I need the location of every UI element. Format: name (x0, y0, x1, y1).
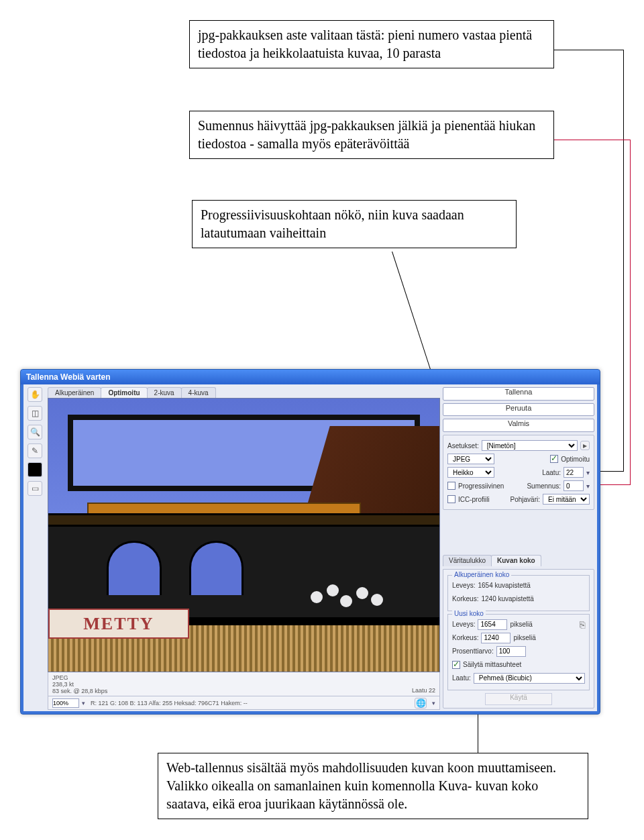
constrain-checkbox[interactable] (452, 661, 460, 669)
toggle-slices[interactable]: ▭ (28, 481, 42, 496)
callout-line-red (630, 140, 631, 484)
tab-image-size[interactable]: Kuvan koko (491, 555, 541, 566)
dialog-title: Tallenna Webiä varten (21, 370, 600, 384)
callout-line (554, 50, 624, 50)
image-preview[interactable]: METTY (48, 398, 440, 672)
apply-button[interactable]: Käytä (485, 693, 552, 705)
format-select[interactable]: JPEG (447, 454, 494, 464)
group-legend: Uusi koko (452, 610, 486, 617)
status-bar: ▾ R: 121 G: 108 B: 113 Alfa: 255 Heksad:… (48, 696, 440, 710)
preset-label: Asetukset: (447, 442, 479, 450)
zoom-input[interactable] (52, 698, 79, 708)
tab-original[interactable]: Alkuperäinen (48, 387, 101, 398)
info-quality: Laatu 22 (412, 687, 435, 694)
resample-label: Laatu: (452, 674, 471, 682)
optimized-label: Optimoitu (561, 456, 590, 463)
new-size-group: Uusi koko Leveys: pikseliä ⎘ Korkeus: pi… (447, 614, 590, 690)
link-icon[interactable]: ⎘ (580, 619, 585, 630)
annotation-progressive: Progressiivisuuskohtaan nökö, niin kuva … (192, 200, 517, 248)
preview-browser-icon[interactable]: 🌐 (415, 698, 427, 708)
quality-preset-select[interactable]: Heikko (447, 467, 494, 478)
callout-line (392, 252, 434, 380)
chevron-down-icon[interactable]: ▾ (586, 482, 590, 490)
preview-info: JPEG 238,3 kt 83 sek. @ 28,8 kbps Laatu … (48, 672, 440, 696)
percent-input[interactable] (496, 646, 526, 657)
status-readout: R: 121 G: 108 B: 113 Alfa: 255 Heksad: 7… (91, 700, 409, 706)
preset-menu-icon[interactable]: ▸ (580, 441, 590, 450)
right-subtabs: Väritaulukko Kuvan koko (443, 555, 594, 566)
constrain-label: Säilytä mittasuhteet (463, 661, 521, 668)
chevron-down-icon[interactable]: ▾ (432, 700, 435, 706)
orig-height-value: 1240 kuvapistettä (481, 595, 533, 602)
cancel-button[interactable]: Peruuta (443, 403, 594, 417)
optimize-settings-panel: Asetukset: [Nimetön] ▸ JPEG Optimoitu He… (443, 435, 594, 510)
zoom-tool[interactable]: 🔍 (28, 425, 42, 439)
original-size-group: Alkuperäinen koko Leveys: 1654 kuvapiste… (447, 575, 590, 611)
info-format: JPEG (52, 674, 107, 681)
image-size-panel: Alkuperäinen koko Leveys: 1654 kuvapiste… (443, 569, 594, 708)
resample-select[interactable]: Pehmeä (Bicubic) (474, 673, 585, 684)
orig-width-label: Leveys: (452, 582, 475, 589)
tab-color-table[interactable]: Väritaulukko (443, 555, 492, 566)
preview-tabs: Alkuperäinen Optimoitu 2-kuva 4-kuva (48, 386, 440, 398)
unit-label: pikseliä (510, 621, 532, 628)
info-size: 238,3 kt (52, 681, 107, 688)
save-for-web-dialog: Tallenna Webiä varten ✋ ◫ 🔍 ✎ ▭ Alkuperä… (20, 369, 600, 715)
group-legend: Alkuperäinen koko (452, 571, 511, 578)
tab-4up[interactable]: 4-kuva (181, 387, 216, 398)
blur-label: Sumennus: (527, 482, 561, 490)
orig-height-label: Korkeus: (452, 595, 478, 602)
done-button[interactable]: Valmis (443, 419, 594, 432)
new-height-label: Korkeus: (452, 634, 478, 641)
new-width-label: Leveys: (452, 621, 475, 628)
unit-label: pikseliä (513, 634, 535, 641)
color-swatch[interactable] (28, 462, 42, 477)
quality-input[interactable] (564, 467, 584, 478)
chevron-down-icon[interactable]: ▾ (82, 700, 85, 706)
chevron-down-icon[interactable]: ▾ (586, 469, 590, 476)
tab-optimized[interactable]: Optimoitu (101, 387, 147, 398)
save-button[interactable]: Tallenna (443, 387, 594, 401)
eyedropper-tool[interactable]: ✎ (28, 443, 42, 458)
callout-line (623, 50, 624, 471)
matte-select[interactable]: Ei mitään (543, 494, 590, 505)
progressive-checkbox[interactable] (447, 482, 455, 490)
orig-width-value: 1654 kuvapistettä (478, 582, 530, 589)
new-height-input[interactable] (481, 633, 511, 643)
icc-label: ICC-profiili (458, 496, 490, 503)
annotation-resize: Web-tallennus sisältää myös mahdollisuud… (158, 753, 588, 819)
quality-label: Laatu: (542, 469, 561, 476)
progressive-label: Progressiivinen (458, 482, 504, 490)
tab-2up[interactable]: 2-kuva (147, 387, 182, 398)
icc-checkbox[interactable] (447, 495, 455, 503)
callout-line-red (554, 140, 631, 140)
percent-label: Prosenttiarvo: (452, 647, 494, 655)
slice-tool[interactable]: ◫ (28, 406, 42, 421)
hand-tool[interactable]: ✋ (28, 387, 42, 402)
preset-select[interactable]: [Nimetön] (482, 440, 578, 451)
annotation-quality: jpg-pakkauksen aste valitaan tästä: pien… (189, 20, 554, 68)
tool-column: ✋ ◫ 🔍 ✎ ▭ (23, 384, 46, 711)
annotation-blur: Sumennus häivyttää jpg-pakkauksen jälkiä… (189, 111, 554, 159)
new-width-input[interactable] (478, 619, 507, 630)
info-time: 83 sek. @ 28,8 kbps (52, 688, 107, 694)
blur-input[interactable] (564, 480, 584, 491)
matte-label: Pohjaväri: (511, 496, 540, 503)
sign-text: METTY (48, 609, 189, 639)
optimized-checkbox[interactable] (550, 455, 558, 463)
callout-line-red (596, 484, 631, 485)
